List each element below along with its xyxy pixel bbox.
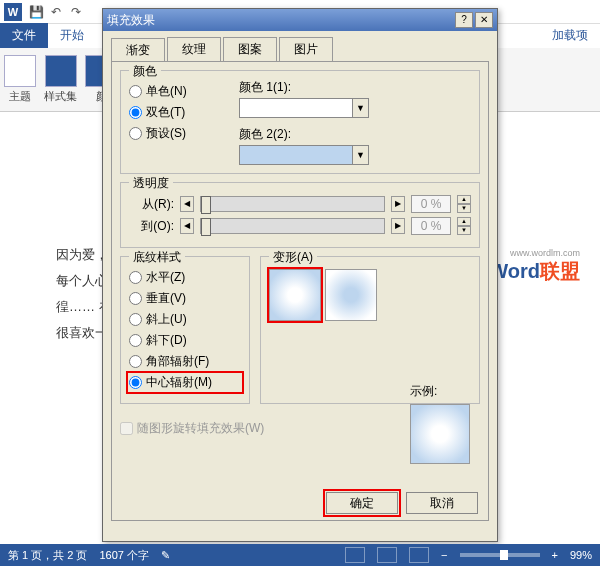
word-icon: W bbox=[4, 3, 22, 21]
color2-swatch bbox=[240, 146, 352, 164]
radio-horiz-label: 水平(Z) bbox=[146, 269, 185, 286]
word-count[interactable]: 1607 个字 bbox=[99, 548, 149, 563]
to-slider[interactable] bbox=[200, 218, 385, 234]
radio-horiz-input[interactable] bbox=[129, 271, 142, 284]
sample-preview bbox=[410, 404, 470, 464]
styleset-icon bbox=[45, 55, 77, 87]
radio-preset-input[interactable] bbox=[129, 127, 142, 140]
tab-gradient[interactable]: 渐变 bbox=[111, 38, 165, 62]
from-slider[interactable] bbox=[200, 196, 385, 212]
zoom-percent[interactable]: 99% bbox=[570, 549, 592, 561]
variants-groupbox: 变形(A) bbox=[260, 256, 480, 404]
spellcheck-icon[interactable]: ✎ bbox=[161, 549, 170, 562]
rotate-checkbox-input bbox=[120, 422, 133, 435]
slider-right-icon[interactable]: ▶ bbox=[391, 218, 405, 234]
radio-diagdown-input[interactable] bbox=[129, 334, 142, 347]
variant-1[interactable] bbox=[269, 269, 321, 321]
rotate-checkbox-label: 随图形旋转填充效果(W) bbox=[137, 420, 264, 437]
tab-pattern[interactable]: 图案 bbox=[223, 37, 277, 61]
from-percent: 0 % bbox=[411, 195, 451, 213]
styleset-label: 样式集 bbox=[44, 89, 77, 104]
dialog-body: 颜色 单色(N) 双色(T) 预设(S) 颜色 1(1): ▼ 颜色 2(2):… bbox=[111, 61, 489, 521]
radio-corner-label: 角部辐射(F) bbox=[146, 353, 209, 370]
sample-label: 示例: bbox=[410, 383, 478, 400]
radio-center-label: 中心辐射(M) bbox=[146, 374, 212, 391]
radio-diagonal-down[interactable]: 斜下(D) bbox=[129, 332, 241, 349]
watermark-brand2: 联盟 bbox=[540, 260, 580, 282]
watermark-url: www.wordlm.com bbox=[489, 248, 580, 258]
radio-diagonal-up[interactable]: 斜上(U) bbox=[129, 311, 241, 328]
color1-label: 颜色 1(1): bbox=[239, 79, 471, 96]
transparency-groupbox: 透明度 从(R): ◀ ▶ 0 % ▲▼ 到(O): ◀ ▶ 0 % ▲▼ bbox=[120, 182, 480, 248]
slider-left-icon[interactable]: ◀ bbox=[180, 218, 194, 234]
radio-from-center[interactable]: 中心辐射(M) bbox=[129, 374, 241, 391]
theme-icon bbox=[4, 55, 36, 87]
to-spinner[interactable]: ▲▼ bbox=[457, 217, 471, 235]
watermark: www.wordlm.com Word联盟 bbox=[489, 248, 580, 285]
undo-icon[interactable]: ↶ bbox=[46, 2, 66, 22]
close-button[interactable]: ✕ bbox=[475, 12, 493, 28]
from-label: 从(R): bbox=[129, 196, 174, 213]
chevron-down-icon: ▼ bbox=[352, 146, 368, 164]
tab-home[interactable]: 开始 bbox=[48, 23, 96, 48]
radio-from-corner[interactable]: 角部辐射(F) bbox=[129, 353, 241, 370]
radio-diagup-label: 斜上(U) bbox=[146, 311, 187, 328]
shading-style-groupbox: 底纹样式 水平(Z) 垂直(V) 斜上(U) 斜下(D) 角部辐射(F) 中心辐… bbox=[120, 256, 250, 404]
transparency-group-title: 透明度 bbox=[129, 175, 173, 192]
radio-vert-input[interactable] bbox=[129, 292, 142, 305]
radio-center-input[interactable] bbox=[129, 376, 142, 389]
radio-vert-label: 垂直(V) bbox=[146, 290, 186, 307]
radio-double-color[interactable]: 双色(T) bbox=[129, 104, 239, 121]
radio-single-label: 单色(N) bbox=[146, 83, 187, 100]
page-indicator[interactable]: 第 1 页，共 2 页 bbox=[8, 548, 87, 563]
radio-vertical[interactable]: 垂直(V) bbox=[129, 290, 241, 307]
tab-texture[interactable]: 纹理 bbox=[167, 37, 221, 61]
fill-effects-dialog: 填充效果 ? ✕ 渐变 纹理 图案 图片 颜色 单色(N) 双色(T) 预设(S… bbox=[102, 8, 498, 542]
radio-single-color[interactable]: 单色(N) bbox=[129, 83, 239, 100]
tab-file[interactable]: 文件 bbox=[0, 23, 48, 48]
help-button[interactable]: ? bbox=[455, 12, 473, 28]
zoom-out-icon[interactable]: − bbox=[441, 549, 447, 561]
slider-thumb[interactable] bbox=[201, 196, 211, 214]
colors-groupbox: 颜色 单色(N) 双色(T) 预设(S) 颜色 1(1): ▼ 颜色 2(2):… bbox=[120, 70, 480, 174]
save-icon[interactable]: 💾 bbox=[26, 2, 46, 22]
cancel-button[interactable]: 取消 bbox=[406, 492, 478, 514]
tab-picture[interactable]: 图片 bbox=[279, 37, 333, 61]
ok-button[interactable]: 确定 bbox=[326, 492, 398, 514]
view-web-icon[interactable] bbox=[409, 547, 429, 563]
tab-addins[interactable]: 加载项 bbox=[540, 23, 600, 48]
to-percent: 0 % bbox=[411, 217, 451, 235]
dialog-title-text: 填充效果 bbox=[107, 12, 155, 29]
slider-left-icon[interactable]: ◀ bbox=[180, 196, 194, 212]
theme-label: 主题 bbox=[9, 89, 31, 104]
style-group-title: 底纹样式 bbox=[129, 249, 185, 266]
radio-preset[interactable]: 预设(S) bbox=[129, 125, 239, 142]
radio-corner-input[interactable] bbox=[129, 355, 142, 368]
from-spinner[interactable]: ▲▼ bbox=[457, 195, 471, 213]
styleset-group[interactable]: 样式集 bbox=[44, 55, 77, 104]
radio-horizontal[interactable]: 水平(Z) bbox=[129, 269, 241, 286]
radio-diagup-input[interactable] bbox=[129, 313, 142, 326]
slider-thumb[interactable] bbox=[201, 218, 211, 236]
radio-single-input[interactable] bbox=[129, 85, 142, 98]
radio-double-input[interactable] bbox=[129, 106, 142, 119]
view-read-icon[interactable] bbox=[345, 547, 365, 563]
slider-right-icon[interactable]: ▶ bbox=[391, 196, 405, 212]
zoom-in-icon[interactable]: + bbox=[552, 549, 558, 561]
color2-combo[interactable]: ▼ bbox=[239, 145, 369, 165]
radio-double-label: 双色(T) bbox=[146, 104, 185, 121]
variant-2[interactable] bbox=[325, 269, 377, 321]
redo-icon[interactable]: ↷ bbox=[66, 2, 86, 22]
dialog-titlebar[interactable]: 填充效果 ? ✕ bbox=[103, 9, 497, 31]
status-bar: 第 1 页，共 2 页 1607 个字 ✎ − + 99% bbox=[0, 544, 600, 566]
zoom-slider[interactable] bbox=[460, 553, 540, 557]
color1-combo[interactable]: ▼ bbox=[239, 98, 369, 118]
theme-group[interactable]: 主题 bbox=[4, 55, 36, 104]
to-label: 到(O): bbox=[129, 218, 174, 235]
view-print-icon[interactable] bbox=[377, 547, 397, 563]
variants-group-title: 变形(A) bbox=[269, 249, 317, 266]
radio-diagdown-label: 斜下(D) bbox=[146, 332, 187, 349]
chevron-down-icon: ▼ bbox=[352, 99, 368, 117]
colors-group-title: 颜色 bbox=[129, 63, 161, 80]
dialog-tabs: 渐变 纹理 图案 图片 bbox=[103, 31, 497, 61]
